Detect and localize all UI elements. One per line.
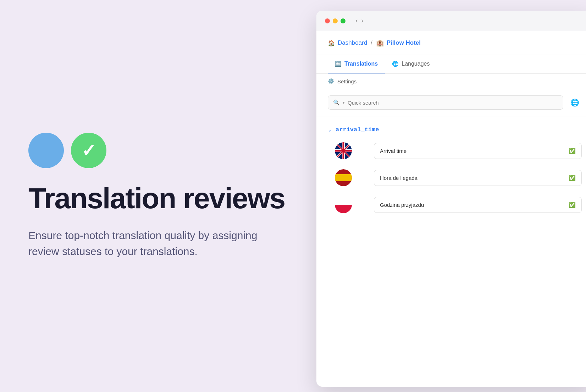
app-content: 🏠 Dashboard / 🏨 Pillow Hotel 🔤 Translati… — [316, 31, 586, 387]
settings-row: ⚙️ Settings — [316, 74, 586, 89]
home-icon: 🏠 — [328, 40, 335, 46]
blue-circle-icon — [28, 133, 64, 168]
language-rows: Arrival time ✅ — [325, 137, 585, 218]
nav-arrows: ‹ › — [355, 17, 363, 24]
breadcrumb: 🏠 Dashboard / 🏨 Pillow Hotel — [316, 31, 586, 55]
key-header[interactable]: ⌄ arrival_time — [325, 122, 585, 137]
translation-text-en: Arrival time — [380, 148, 407, 154]
traffic-lights — [325, 18, 345, 23]
globe-filter-button[interactable]: 🌐 — [568, 95, 582, 110]
lang-row-en: Arrival time ✅ — [332, 137, 585, 164]
search-dropdown-icon: ▾ — [343, 100, 345, 105]
search-bar-row: 🔍 ▾ 🌐 — [316, 89, 586, 116]
languages-tab-label: Languages — [402, 61, 430, 67]
checkmark-icon: ✓ — [82, 140, 96, 160]
back-arrow-icon[interactable]: ‹ — [355, 17, 358, 24]
key-name: arrival_time — [336, 126, 379, 133]
minimize-button[interactable] — [333, 18, 338, 23]
translation-field-en[interactable]: Arrival time ✅ — [374, 143, 582, 159]
forward-arrow-icon[interactable]: › — [361, 17, 363, 24]
lang-separator-en — [358, 151, 368, 151]
browser-window: ‹ › 🏠 Dashboard / 🏨 Pillow Hotel 🔤 Trans… — [316, 11, 586, 387]
icons-row: ✓ — [28, 133, 309, 168]
search-icon: 🔍 — [333, 99, 340, 106]
page-subtitle: Ensure top-notch translation quality by … — [28, 227, 284, 259]
tab-translations[interactable]: 🔤 Translations — [328, 55, 385, 73]
check-icon-es: ✅ — [569, 175, 576, 181]
lang-separator-es — [358, 178, 368, 178]
left-section: ✓ Translation reviews Ensure top-notch t… — [18, 0, 309, 392]
translation-list: ⌄ arrival_time — [316, 122, 586, 218]
tabs-row: 🔤 Translations 🌐 Languages — [316, 55, 586, 74]
check-icon-pl: ✅ — [569, 201, 576, 208]
svg-rect-6 — [335, 205, 352, 213]
breadcrumb-dashboard-link[interactable]: Dashboard — [338, 39, 367, 46]
chevron-down-icon: ⌄ — [328, 127, 332, 133]
translation-field-es[interactable]: Hora de llegada ✅ — [374, 170, 582, 186]
maximize-button[interactable] — [341, 18, 345, 23]
translation-field-pl[interactable]: Godzina przyjazdu ✅ — [374, 197, 582, 213]
lang-row-es: Hora de llegada ✅ — [332, 164, 585, 191]
close-button[interactable] — [325, 18, 330, 23]
browser-chrome: ‹ › — [316, 11, 586, 31]
translation-text-pl: Godzina przyjazdu — [380, 202, 424, 208]
translation-text-es: Hora de llegada — [380, 175, 418, 181]
settings-icon: ⚙️ — [328, 78, 335, 84]
page-title: Translation reviews — [28, 182, 309, 214]
flag-pl — [335, 196, 352, 213]
breadcrumb-separator: / — [371, 40, 372, 46]
lang-separator-pl — [358, 205, 368, 205]
lang-row-pl: Godzina przyjazdu ✅ — [332, 191, 585, 218]
breadcrumb-current-page: Pillow Hotel — [387, 39, 421, 46]
key-group-arrival-time: ⌄ arrival_time — [325, 122, 585, 218]
check-icon-en: ✅ — [569, 148, 576, 154]
flag-uk — [335, 142, 352, 159]
translations-tab-label: Translations — [344, 61, 378, 67]
flag-es — [335, 169, 352, 186]
hotel-icon: 🏨 — [376, 39, 384, 47]
svg-rect-3 — [335, 174, 352, 181]
globe-icon: 🌐 — [570, 98, 579, 107]
settings-tab-label: Settings — [337, 78, 356, 84]
search-input-wrapper[interactable]: 🔍 ▾ — [328, 95, 563, 110]
settings-tab[interactable]: ⚙️ Settings — [328, 78, 356, 84]
search-input[interactable] — [348, 100, 558, 106]
languages-tab-icon: 🌐 — [392, 61, 399, 67]
green-circle-icon: ✓ — [71, 133, 106, 168]
tab-languages[interactable]: 🌐 Languages — [385, 55, 437, 73]
translations-tab-icon: 🔤 — [335, 61, 342, 67]
